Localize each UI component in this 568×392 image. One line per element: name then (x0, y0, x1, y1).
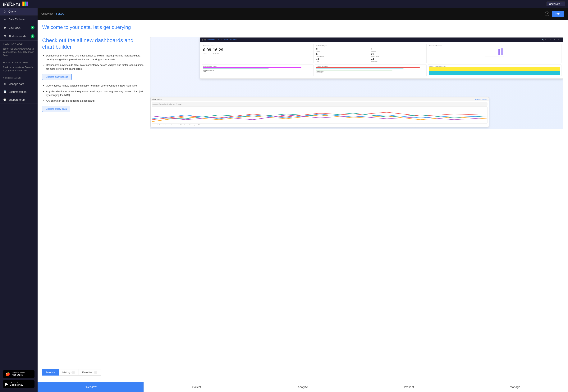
sidebar-item-label: All dashboards (8, 35, 26, 38)
sidebar-item-label: Query (8, 10, 16, 13)
google-play-text: GET IT ON Google Play (10, 382, 23, 386)
sidebar-item-manage-data[interactable]: ⚙ Manage data (0, 80, 38, 88)
bottom-tab-collect[interactable]: Collect (144, 382, 250, 392)
resources-used-widget: Resources Used 0.99 Cores (202, 44, 314, 63)
tab-favorites[interactable]: Favorites 0 (79, 369, 101, 376)
app-store-main: App Store (12, 374, 25, 376)
clusters-metric: 1 Clusters (371, 47, 425, 52)
widget-title: # of K8s Objects (316, 45, 425, 47)
favorites-badge: 0 (94, 371, 97, 374)
feature-list-2: Query access is now available globally, … (42, 84, 146, 103)
sidebar-item-label: Documentation (8, 90, 27, 93)
feature-item: Any chart can still be added to a dashbo… (46, 99, 146, 103)
sidebar-item-documentation[interactable]: 📄 Documentation (0, 88, 38, 96)
content-right: Dashboards / ★ NR-Umbra Kubernetes 🔍 Cha… (150, 37, 563, 361)
mem-metric: 16.29 Mem GB (213, 47, 223, 54)
chart-builder-body: Account: Transaction timeSeries - Averag… (151, 101, 489, 127)
apple-icon: 🍎 (5, 372, 10, 376)
dashboards-icon: ⊞ (3, 35, 6, 38)
chart-builder-query: Account: Transaction timeSeries - Averag… (152, 102, 488, 106)
color-bar-purple (27, 1, 28, 6)
main-layout: ⬡ Query ≡ Data Explorer ⬢ Data apps + ⊞ … (0, 8, 568, 392)
tab-history[interactable]: History 0 (59, 369, 78, 376)
support-forum-icon: 💬 (3, 98, 6, 101)
preview-header-title: Dashboards / ★ NR-Umbra Kubernetes (207, 39, 541, 41)
breadcrumb-arrow: › (54, 12, 55, 15)
sidebar-item-query[interactable]: ⬡ Query (0, 8, 38, 15)
pods-label: kube-system (316, 71, 425, 72)
legend-item: ● Other (197, 124, 201, 126)
pods-label: coordination (316, 72, 425, 73)
history-badge: 0 (72, 371, 75, 374)
preview-dashboard-header: Dashboards / ★ NR-Umbra Kubernetes 🔍 Cha… (200, 38, 563, 42)
feature-title: Check out the all new dashboards and cha… (42, 37, 146, 50)
google-play-button[interactable]: ▶ GET IT ON Google Play (3, 380, 34, 388)
account-selector[interactable]: ChowNow ▾ (547, 1, 565, 6)
nodes-metric: 9 Nodes (316, 47, 370, 52)
widget-title: Namespace per Cluster (203, 66, 312, 67)
color-bar-orange (22, 1, 23, 6)
manage-data-icon: ⚙ (3, 83, 6, 85)
chart-builder-title: Chart builder (152, 98, 162, 100)
mem-label: Mem GB (213, 53, 223, 54)
legend-item: ● umbra48.k8s.local, Response time (152, 124, 174, 126)
chart-builder-header: Chart builder Advanced (NRQL) (151, 98, 489, 101)
administration-title: ADMINISTRATION (0, 75, 38, 80)
k8s-objects-widget: # of K8s Objects 9 Nodes (315, 44, 427, 63)
pods-bar (316, 69, 404, 69)
play-icon: ▶ (5, 382, 8, 386)
bottom-tab-manage[interactable]: Manage (462, 382, 568, 392)
namespaces-metric: 6 Namespaces (316, 53, 370, 57)
explore-query-button[interactable]: Explore query data (42, 106, 70, 112)
tabs-row: Tutorials History 0 Favorites 0 (42, 369, 563, 376)
sidebar-item-label: Data apps (8, 26, 21, 29)
favorite-dashboards-title: FAVORITE DASHBOARDS (0, 59, 38, 65)
sidebar-item-data-apps[interactable]: ⬢ Data apps + (0, 23, 38, 32)
bottom-tab-overview[interactable]: Overview (38, 382, 144, 392)
feature-item: Dashboards now include facet color consi… (46, 63, 146, 71)
data-explorer-icon: ≡ (3, 18, 6, 21)
bottom-tab-present[interactable]: Present (356, 382, 462, 392)
add-dashboard-button[interactable]: + (31, 34, 34, 38)
bottom-tabs: Overview Collect Analyze Present Manage (38, 382, 568, 392)
run-query-button[interactable]: Run (552, 11, 564, 17)
add-data-app-button[interactable]: + (31, 26, 34, 29)
pods-bar (316, 70, 392, 70)
cores-label: Cores (203, 53, 211, 54)
preview-header-actions: 🔍 Chart builder Demo User (542, 39, 562, 41)
welcome-title: Welcome to your data, let's get querying (42, 24, 563, 30)
cores-value: 0.99 (203, 47, 211, 53)
query-input[interactable] (68, 12, 542, 15)
content-left: Check out the all new dashboards and cha… (42, 37, 146, 361)
feature-item: Query access is now available globally, … (46, 84, 146, 88)
explore-dashboards-button[interactable]: Explore dashboards (42, 74, 72, 80)
widget-title: Pods by Namespace (316, 66, 425, 67)
app-store-sub: Download on the (12, 372, 25, 374)
svg-rect-1 (501, 48, 503, 55)
bottom-tab-analyze[interactable]: Analyze (250, 382, 356, 392)
data-apps-icon: ⬢ (3, 26, 6, 29)
legend-item: ● umbra48.k8s.local, bubble-wrap (175, 124, 195, 126)
sidebar-item-label: Support forum (8, 98, 26, 101)
missing-pods-chart (429, 67, 560, 75)
feature-item: Dashboards in New Relic One have a new 1… (46, 54, 146, 61)
advanced-mode-link: Advanced (NRQL) (475, 98, 487, 100)
sidebar-item-support-forum[interactable]: 💬 Support forum (0, 96, 38, 104)
color-bar-yellow (23, 1, 25, 6)
color-bars-icon (22, 1, 28, 6)
welcome-section: Welcome to your data, let's get querying (38, 20, 568, 37)
namespace-bar (203, 69, 269, 69)
content-area: ChowNow › SELECT ? Run Welcome to your d… (38, 8, 568, 392)
app-store-button[interactable]: 🍎 Download on the App Store (3, 370, 34, 378)
query-help-button[interactable]: ? (545, 12, 549, 16)
google-play-main: Google Play (10, 384, 23, 386)
cores-metric: 0.99 Cores (203, 47, 211, 54)
sidebar-item-all-dashboards[interactable]: ⊞ All dashboards + (0, 32, 38, 41)
query-account-name: ChowNow (41, 12, 53, 15)
top-bar-left: New Relic INSIGHTS (3, 1, 28, 6)
tab-tutorials[interactable]: Tutorials (42, 369, 59, 376)
namespace-label: Other (203, 71, 312, 72)
namespace-label: umbra48.k8s.local (203, 70, 312, 71)
sidebar-item-data-explorer[interactable]: ≡ Data Explorer (0, 15, 38, 23)
namespace-per-cluster-widget: Namespace per Cluster umbra48.k8s.local … (202, 64, 314, 76)
